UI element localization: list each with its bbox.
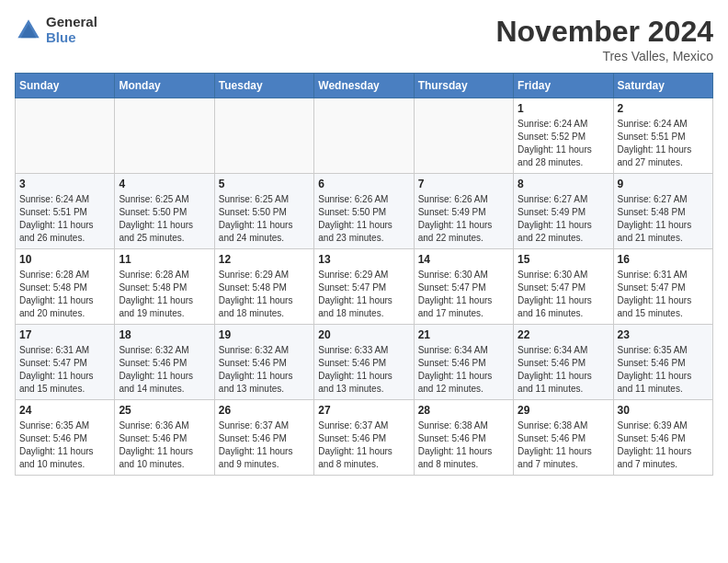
day-info: Sunrise: 6:39 AM Sunset: 5:46 PM Dayligh… (618, 419, 709, 471)
day-info: Sunrise: 6:35 AM Sunset: 5:46 PM Dayligh… (19, 419, 110, 471)
calendar-week-row: 10Sunrise: 6:28 AM Sunset: 5:48 PM Dayli… (16, 249, 713, 325)
day-number: 30 (618, 404, 709, 417)
day-number: 23 (618, 328, 709, 341)
logo-text: General Blue (46, 15, 97, 45)
calendar-cell: 16Sunrise: 6:31 AM Sunset: 5:47 PM Dayli… (613, 249, 712, 325)
day-info: Sunrise: 6:37 AM Sunset: 5:46 PM Dayligh… (219, 419, 310, 471)
calendar-week-row: 17Sunrise: 6:31 AM Sunset: 5:47 PM Dayli… (16, 325, 713, 400)
weekday-header: Thursday (414, 74, 513, 98)
calendar-week-row: 1Sunrise: 6:24 AM Sunset: 5:52 PM Daylig… (16, 98, 713, 174)
day-info: Sunrise: 6:32 AM Sunset: 5:46 PM Dayligh… (219, 344, 310, 396)
calendar-cell: 26Sunrise: 6:37 AM Sunset: 5:46 PM Dayli… (214, 400, 313, 476)
calendar-cell: 10Sunrise: 6:28 AM Sunset: 5:48 PM Dayli… (16, 249, 115, 325)
calendar-cell: 6Sunrise: 6:26 AM Sunset: 5:50 PM Daylig… (314, 174, 414, 249)
calendar-cell: 11Sunrise: 6:28 AM Sunset: 5:48 PM Dayli… (115, 249, 214, 325)
day-number: 2 (618, 102, 709, 115)
calendar-cell: 17Sunrise: 6:31 AM Sunset: 5:47 PM Dayli… (16, 325, 115, 400)
day-info: Sunrise: 6:35 AM Sunset: 5:46 PM Dayligh… (618, 344, 709, 396)
day-number: 18 (119, 328, 210, 341)
day-number: 20 (318, 328, 409, 341)
calendar-cell: 2Sunrise: 6:24 AM Sunset: 5:51 PM Daylig… (613, 98, 712, 174)
day-info: Sunrise: 6:38 AM Sunset: 5:46 PM Dayligh… (518, 419, 609, 471)
calendar-cell: 28Sunrise: 6:38 AM Sunset: 5:46 PM Dayli… (414, 400, 513, 476)
day-number: 12 (219, 253, 310, 266)
logo: General Blue (15, 15, 97, 45)
day-info: Sunrise: 6:24 AM Sunset: 5:51 PM Dayligh… (19, 193, 110, 245)
calendar-cell: 15Sunrise: 6:30 AM Sunset: 5:47 PM Dayli… (514, 249, 613, 325)
calendar-cell: 20Sunrise: 6:33 AM Sunset: 5:46 PM Dayli… (314, 325, 414, 400)
calendar-table: SundayMondayTuesdayWednesdayThursdayFrid… (15, 73, 713, 476)
calendar-cell: 8Sunrise: 6:27 AM Sunset: 5:49 PM Daylig… (514, 174, 613, 249)
calendar-cell: 21Sunrise: 6:34 AM Sunset: 5:46 PM Dayli… (414, 325, 513, 400)
calendar-cell: 5Sunrise: 6:25 AM Sunset: 5:50 PM Daylig… (214, 174, 313, 249)
calendar-cell: 12Sunrise: 6:29 AM Sunset: 5:48 PM Dayli… (214, 249, 313, 325)
day-info: Sunrise: 6:30 AM Sunset: 5:47 PM Dayligh… (418, 269, 509, 320)
day-number: 1 (518, 102, 609, 115)
weekday-header: Saturday (613, 74, 712, 98)
calendar-cell: 3Sunrise: 6:24 AM Sunset: 5:51 PM Daylig… (16, 174, 115, 249)
day-info: Sunrise: 6:36 AM Sunset: 5:46 PM Dayligh… (119, 419, 210, 471)
day-number: 10 (19, 253, 110, 266)
day-number: 24 (19, 404, 110, 417)
day-info: Sunrise: 6:24 AM Sunset: 5:51 PM Dayligh… (618, 118, 709, 169)
day-info: Sunrise: 6:34 AM Sunset: 5:46 PM Dayligh… (518, 344, 609, 396)
title-block: November 2024 Tres Valles, Mexico (495, 15, 713, 63)
month-title: November 2024 (495, 15, 713, 49)
weekday-header: Wednesday (314, 74, 414, 98)
calendar-cell: 19Sunrise: 6:32 AM Sunset: 5:46 PM Dayli… (214, 325, 313, 400)
day-number: 11 (119, 253, 210, 266)
day-number: 9 (618, 178, 709, 190)
calendar-cell: 22Sunrise: 6:34 AM Sunset: 5:46 PM Dayli… (514, 325, 613, 400)
calendar-cell: 29Sunrise: 6:38 AM Sunset: 5:46 PM Dayli… (514, 400, 613, 476)
weekday-header: Monday (115, 74, 214, 98)
day-info: Sunrise: 6:31 AM Sunset: 5:47 PM Dayligh… (618, 269, 709, 320)
day-number: 26 (219, 404, 310, 417)
location-text: Tres Valles, Mexico (495, 49, 713, 63)
day-info: Sunrise: 6:28 AM Sunset: 5:48 PM Dayligh… (119, 269, 210, 320)
calendar-cell: 9Sunrise: 6:27 AM Sunset: 5:48 PM Daylig… (613, 174, 712, 249)
day-number: 3 (19, 178, 110, 190)
day-info: Sunrise: 6:38 AM Sunset: 5:46 PM Dayligh… (418, 419, 509, 471)
day-number: 17 (19, 328, 110, 341)
day-info: Sunrise: 6:25 AM Sunset: 5:50 PM Dayligh… (119, 193, 210, 245)
calendar-week-row: 24Sunrise: 6:35 AM Sunset: 5:46 PM Dayli… (16, 400, 713, 476)
day-number: 19 (219, 328, 310, 341)
day-number: 28 (418, 404, 509, 417)
day-info: Sunrise: 6:28 AM Sunset: 5:48 PM Dayligh… (19, 269, 110, 320)
day-info: Sunrise: 6:33 AM Sunset: 5:46 PM Dayligh… (318, 344, 409, 396)
day-info: Sunrise: 6:31 AM Sunset: 5:47 PM Dayligh… (19, 344, 110, 396)
logo-blue-text: Blue (46, 30, 97, 46)
day-info: Sunrise: 6:27 AM Sunset: 5:49 PM Dayligh… (518, 193, 609, 245)
day-number: 22 (518, 328, 609, 341)
day-number: 14 (418, 253, 509, 266)
day-number: 6 (318, 178, 409, 190)
day-number: 13 (318, 253, 409, 266)
calendar-cell: 23Sunrise: 6:35 AM Sunset: 5:46 PM Dayli… (613, 325, 712, 400)
logo-icon (15, 17, 42, 44)
day-info: Sunrise: 6:34 AM Sunset: 5:46 PM Dayligh… (418, 344, 509, 396)
weekday-header: Tuesday (214, 74, 313, 98)
day-info: Sunrise: 6:25 AM Sunset: 5:50 PM Dayligh… (219, 193, 310, 245)
day-number: 27 (318, 404, 409, 417)
calendar-cell: 14Sunrise: 6:30 AM Sunset: 5:47 PM Dayli… (414, 249, 513, 325)
day-info: Sunrise: 6:37 AM Sunset: 5:46 PM Dayligh… (318, 419, 409, 471)
calendar-header-row: SundayMondayTuesdayWednesdayThursdayFrid… (16, 74, 713, 98)
calendar-cell (414, 98, 513, 174)
calendar-cell (115, 98, 214, 174)
calendar-cell: 1Sunrise: 6:24 AM Sunset: 5:52 PM Daylig… (514, 98, 613, 174)
page-header: General Blue November 2024 Tres Valles, … (15, 15, 713, 63)
calendar-cell (314, 98, 414, 174)
day-info: Sunrise: 6:30 AM Sunset: 5:47 PM Dayligh… (518, 269, 609, 320)
day-info: Sunrise: 6:24 AM Sunset: 5:52 PM Dayligh… (518, 118, 609, 169)
calendar-cell: 24Sunrise: 6:35 AM Sunset: 5:46 PM Dayli… (16, 400, 115, 476)
calendar-week-row: 3Sunrise: 6:24 AM Sunset: 5:51 PM Daylig… (16, 174, 713, 249)
day-info: Sunrise: 6:29 AM Sunset: 5:47 PM Dayligh… (318, 269, 409, 320)
day-info: Sunrise: 6:29 AM Sunset: 5:48 PM Dayligh… (219, 269, 310, 320)
calendar-cell (214, 98, 313, 174)
logo-general-text: General (46, 15, 97, 30)
calendar-cell: 18Sunrise: 6:32 AM Sunset: 5:46 PM Dayli… (115, 325, 214, 400)
calendar-cell: 27Sunrise: 6:37 AM Sunset: 5:46 PM Dayli… (314, 400, 414, 476)
day-number: 5 (219, 178, 310, 190)
day-info: Sunrise: 6:27 AM Sunset: 5:48 PM Dayligh… (618, 193, 709, 245)
day-info: Sunrise: 6:32 AM Sunset: 5:46 PM Dayligh… (119, 344, 210, 396)
